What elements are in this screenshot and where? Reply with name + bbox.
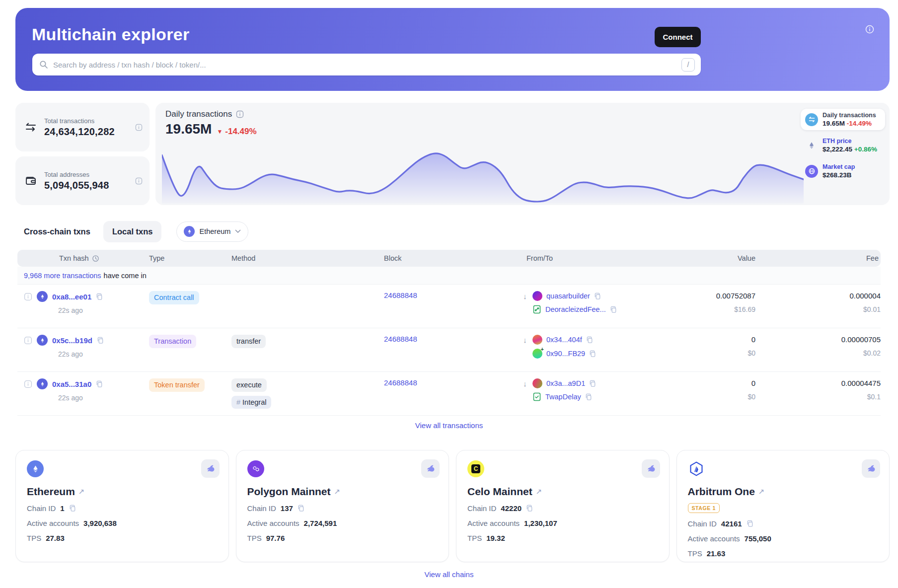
chain-name-link[interactable]: Ethereum ↗	[27, 486, 218, 498]
info-icon[interactable]	[135, 177, 143, 185]
method-badge: execute	[231, 378, 267, 392]
copy-icon[interactable]	[585, 393, 593, 401]
copy-icon[interactable]	[69, 505, 76, 512]
txn-fee-usd: $0.01	[863, 305, 881, 313]
chain-card-ethereum: Ethereum ↗ Chain ID 1 Active accounts 3,…	[15, 450, 229, 562]
network-selector[interactable]: Ethereum	[176, 221, 248, 242]
widget-eth-price[interactable]: ETH price $2,222.45 +0.86%	[801, 135, 885, 156]
column-type: Type	[149, 254, 164, 262]
clock-icon[interactable]	[92, 255, 99, 262]
tps-value: 21.63	[707, 549, 726, 558]
txn-age: 22s ago	[24, 350, 149, 358]
copy-icon[interactable]	[747, 520, 754, 527]
copy-icon[interactable]	[96, 293, 103, 300]
from-address-link[interactable]: 0x3a...a9D1	[546, 379, 585, 387]
column-method: Method	[231, 254, 255, 262]
external-link-icon: ↗	[78, 487, 85, 496]
total-addresses-card: Total addresses 5,094,055,948	[15, 156, 150, 205]
widget-value: 19.65M -14.49%	[823, 120, 876, 127]
info-icon[interactable]	[236, 110, 244, 118]
verified-contract-icon	[532, 392, 541, 401]
chevron-down-icon	[235, 229, 241, 233]
widget-market-cap[interactable]: Market cap $268.23B	[801, 160, 885, 182]
arrow-down-icon: ↓	[522, 292, 528, 300]
gas-tracker-button[interactable]	[201, 459, 220, 478]
wallet-icon	[24, 174, 37, 187]
txn-hash-link[interactable]: 0xa8...ee01	[52, 293, 91, 301]
to-address-link[interactable]: TwapDelay	[545, 393, 581, 401]
tps-label: TPS	[27, 534, 41, 542]
copy-icon[interactable]	[526, 505, 533, 512]
chain-id-label: Chain ID	[27, 504, 56, 513]
plus-badge-icon: +	[541, 346, 544, 352]
table-row: 0xa5...31a0 22s ago Token transfer execu…	[17, 372, 881, 416]
chain-name-link[interactable]: Celo Mainnet ↗	[467, 486, 658, 498]
search-shortcut-key: /	[681, 58, 695, 72]
table-row: 0xa8...ee01 22s ago Contract call 246888…	[17, 285, 881, 328]
chain-id-value: 42220	[501, 504, 522, 513]
arbitrum-logo-icon	[688, 460, 705, 477]
total-transactions-card: Total transactions 24,634,120,282	[15, 103, 150, 151]
notice-text: have come in	[104, 272, 147, 280]
widget-daily-transactions[interactable]: Daily transactions 19.65M -14.49%	[801, 109, 885, 130]
chain-id-value: 42161	[721, 519, 742, 528]
more-transactions-link[interactable]: 9,968 more transactions	[24, 272, 101, 280]
info-icon[interactable]	[865, 24, 875, 34]
txn-fee: 0.00004475	[841, 379, 881, 387]
view-all-transactions-link[interactable]: View all transactions	[415, 421, 483, 430]
external-link-icon: ↗	[536, 487, 542, 496]
copy-icon[interactable]	[589, 350, 597, 358]
block-link[interactable]: 24688848	[384, 335, 417, 343]
txn-hash-link[interactable]: 0x5c...b19d	[52, 336, 92, 345]
block-link[interactable]: 24688848	[384, 291, 417, 299]
stat-value: 24,634,120,282	[44, 126, 115, 138]
from-address-link[interactable]: 0x34...404f	[546, 336, 582, 344]
copy-icon[interactable]	[96, 380, 103, 388]
arrow-down-icon: ↓	[522, 379, 528, 388]
info-icon[interactable]	[24, 380, 32, 388]
tab-cross-chain-txns[interactable]: Cross-chain txns	[24, 227, 90, 236]
rabbit-icon	[205, 463, 216, 474]
chains-row: Ethereum ↗ Chain ID 1 Active accounts 3,…	[15, 450, 890, 562]
to-address-link[interactable]: DeoracleizedFee...	[545, 305, 606, 313]
tab-local-txns[interactable]: Local txns	[103, 221, 162, 242]
txn-value-usd: $16.69	[734, 305, 755, 313]
copy-icon[interactable]	[298, 505, 305, 512]
info-icon[interactable]	[24, 336, 32, 345]
address-avatar	[532, 378, 542, 388]
connect-wallet-button[interactable]: Connect	[655, 27, 701, 47]
info-icon[interactable]	[24, 293, 32, 301]
chain-id-value: 1	[60, 504, 64, 513]
from-address-link[interactable]: quasarbuilder	[546, 292, 590, 300]
view-all-chains-link[interactable]: View all chains	[425, 570, 474, 579]
stage-badge: STAGE 1	[688, 503, 720, 513]
block-link[interactable]: 24688848	[384, 378, 417, 387]
widget-value: $268.23B	[823, 171, 855, 179]
active-accounts-label: Active accounts	[27, 519, 79, 527]
search-input[interactable]	[53, 61, 681, 69]
widget-label: ETH price	[823, 138, 877, 145]
tps-label: TPS	[247, 534, 262, 542]
copy-icon[interactable]	[97, 337, 104, 344]
copy-icon[interactable]	[586, 336, 594, 344]
txn-hash-link[interactable]: 0xa5...31a0	[52, 380, 91, 388]
active-accounts-value: 3,920,638	[83, 519, 117, 527]
daily-transactions-sparkline	[162, 148, 804, 204]
table-row: 0x5c...b19d 22s ago Transaction transfer…	[17, 328, 881, 372]
txn-age: 22s ago	[24, 394, 149, 402]
page-title: Multichain explorer	[32, 25, 189, 44]
chain-name-link[interactable]: Arbitrum One ↗	[688, 486, 879, 498]
widget-value: $2,222.45 +0.86%	[823, 146, 877, 153]
gas-tracker-button[interactable]	[862, 459, 880, 478]
copy-icon[interactable]	[594, 293, 601, 300]
to-address-link[interactable]: 0x90...FB29	[546, 350, 585, 358]
gas-tracker-button[interactable]	[642, 459, 660, 478]
info-icon[interactable]	[135, 124, 143, 131]
copy-icon[interactable]	[589, 380, 597, 387]
chain-card-arbitrum: Arbitrum One ↗ STAGE 1 Chain ID 42161 Ac…	[676, 450, 890, 562]
copy-icon[interactable]	[610, 306, 617, 313]
chain-name-link[interactable]: Polygon Mainnet ↗	[247, 486, 438, 498]
gas-tracker-button[interactable]	[421, 459, 440, 478]
chart-title: Daily transactions	[165, 109, 232, 119]
stat-value: 5,094,055,948	[44, 180, 109, 191]
